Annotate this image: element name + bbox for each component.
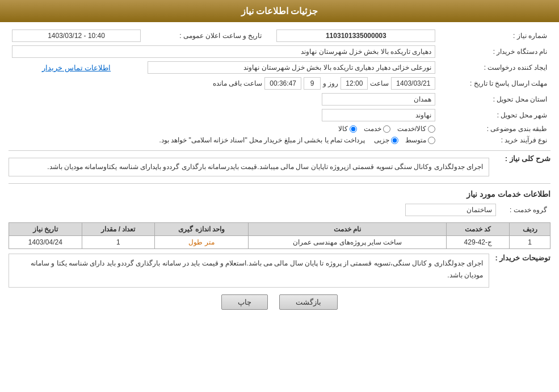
requester-link[interactable]: اطلاعات تماس خریدار [42, 64, 111, 72]
announcement-value: 1403/03/12 - 10:40 [12, 29, 141, 42]
divider-2 [9, 183, 550, 184]
purchase-type-row: متوسط جزیی پرداخت تمام یا بخشی از مبلغ خ… [12, 136, 435, 144]
cell-unit-0: متر طول [155, 236, 249, 249]
cell-code-0: ج-42-429 [447, 236, 510, 249]
service-group-value: ساختمان [405, 204, 496, 216]
client-label: نام دستگاه خریدار : [439, 44, 550, 60]
deadline-remaining-label: ساعت باقی مانده [213, 79, 263, 87]
col-header-unit: واحد اندازه گیری [155, 223, 249, 236]
category-option-khedmat[interactable]: خدمت [364, 125, 390, 133]
requester-label: ایجاد کننده درخواست : [439, 60, 550, 75]
col-header-qty: تعداد / مقدار [82, 223, 155, 236]
category-radio-group: کالا/خدمت خدمت کالا [12, 125, 435, 133]
divider-1 [9, 150, 550, 151]
cell-qty-0: 1 [82, 236, 155, 249]
page-header: جزئیات اطلاعات نیاز [0, 0, 559, 22]
cell-row-0: 1 [510, 236, 550, 249]
col-header-date: تاریخ نیاز [9, 223, 82, 236]
buyer-comments-text: اجرای جدولگذاری و کانال سنگی،تسویه قسمتی… [9, 254, 489, 288]
services-table: ردیف کد خدمت نام خدمت واحد اندازه گیری ت… [9, 222, 550, 249]
col-header-row: ردیف [510, 223, 550, 236]
service-group-table: گروه خدمت : ساختمان [9, 202, 550, 218]
deadline-label: مهلت ارسال پاسخ تا تاریخ : [439, 75, 550, 91]
services-section-title: اطلاعات خدمات مورد نیاز [9, 189, 550, 199]
purchase-note: پرداخت تمام یا بخشی از مبلغ خریدار محل "… [159, 136, 365, 144]
description-label: شرح کلی نیاز : [494, 154, 550, 163]
purchase-type-jozi[interactable]: جزیی [374, 136, 398, 144]
table-row: 1 ج-42-429 ساخت سایر پروژه‌های مهندسی عم… [9, 236, 550, 249]
deadline-date: 1403/03/21 [391, 77, 435, 90]
deadline-days-label: روز و [323, 79, 338, 87]
description-section: شرح کلی نیاز : اجرای جدولگذاری وکانال سن… [9, 154, 550, 180]
print-button[interactable]: چاپ [221, 294, 268, 310]
order-number-label: شماره نیاز : [439, 28, 550, 44]
info-table: شماره نیاز : 1103101335000003 تاریخ و سا… [9, 28, 550, 146]
deadline-row: 1403/03/21 ساعت 12:00 روز و 9 00:36:47 س… [12, 77, 435, 90]
city-label: شهر محل تحویل : [439, 107, 550, 123]
buyer-comments-section: توضیحات خریدار : اجرای جدولگذاری و کانال… [9, 254, 550, 288]
purchase-type-label: نوع فرآیند خرید : [439, 134, 550, 146]
header-title: جزئیات اطلاعات نیاز [241, 6, 318, 16]
cell-name-0: ساخت سایر پروژه‌های مهندسی عمران [248, 236, 446, 249]
announcement-label: تاریخ و ساعت اعلان عمومی : [144, 28, 273, 44]
buyer-comments-label: توضیحات خریدار : [494, 254, 550, 262]
category-option-kala-khedmat[interactable]: کالا/خدمت [397, 125, 435, 133]
deadline-time: 12:00 [341, 77, 368, 90]
description-text: اجرای جدولگذاری وکانال سنگی تسویه قسمتی … [9, 158, 489, 176]
deadline-time-label: ساعت [370, 79, 389, 87]
page-wrapper: جزئیات اطلاعات نیاز شماره نیاز : 1103101… [0, 0, 559, 392]
deadline-days: 9 [304, 77, 321, 90]
col-header-name: نام خدمت [248, 223, 446, 236]
service-group-label: گروه خدمت : [499, 202, 550, 218]
requester-value: نورعلی خزائی دهیار دهیاری تاریکده بالا ب… [148, 61, 435, 74]
button-row: بازگشت چاپ [9, 294, 550, 310]
category-option-kala[interactable]: کالا [338, 125, 357, 133]
col-header-code: کد خدمت [447, 223, 510, 236]
city-value: نهاوند [322, 109, 435, 121]
province-value: همدان [322, 93, 435, 106]
purchase-type-radio: متوسط جزیی [374, 136, 435, 144]
cell-date-0: 1403/04/24 [9, 236, 82, 249]
purchase-type-motavaset[interactable]: متوسط [405, 136, 435, 144]
province-label: استان محل تحویل : [439, 91, 550, 107]
category-label: طبقه بندی موضوعی : [439, 123, 550, 134]
client-value: دهیاری تاریکده بالا بخش خزل شهرستان نهاو… [12, 45, 435, 58]
back-button[interactable]: بازگشت [279, 294, 338, 310]
main-content: شماره نیاز : 1103101335000003 تاریخ و سا… [0, 22, 559, 322]
order-number-value: 1103101335000003 [276, 29, 435, 42]
deadline-remaining: 00:36:47 [264, 77, 301, 90]
